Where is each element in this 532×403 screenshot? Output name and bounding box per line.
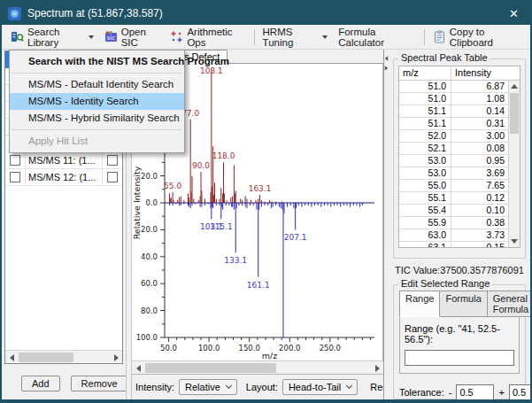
search-library-icon [11, 30, 24, 43]
spectrum-item-label: MS/MS 12: (1... [26, 172, 102, 182]
tab-formula[interactable]: Formula [440, 291, 487, 317]
peak-table[interactable]: m/z Intensity 51.06.8751.01.0851.10.1451… [398, 66, 520, 248]
mz-cell: 51.0 [399, 93, 451, 105]
edit-selected-range-group: Edit Selected Range RangeFormulaGeneral … [393, 284, 526, 399]
peak-label: 163.1 [249, 184, 272, 193]
layout-select[interactable]: Head-to-Tail [282, 379, 358, 395]
hrms-tuning-button[interactable]: HRMS Tuning [258, 24, 334, 50]
toolbar: Search Library sic Open SIC Arithmetic O… [2, 25, 530, 50]
right-panel: Spectral Peak Table m/z Intensity 51.06.… [389, 50, 530, 399]
table-row[interactable]: 51.10.31 [399, 118, 508, 130]
scroll-left-icon[interactable] [5, 351, 18, 364]
table-row[interactable]: 55.07.65 [399, 180, 508, 192]
reset-zoom-button[interactable]: Reset Zoom [366, 380, 383, 394]
spectrum-list-item[interactable]: MS/MS 11: (1... [5, 152, 122, 169]
column-header-intensity[interactable]: Intensity [451, 66, 508, 80]
tolerance-row: Tolerance: - + [399, 384, 520, 400]
close-icon[interactable]: ✕ [504, 7, 524, 20]
mz-cell: 55.9 [399, 217, 451, 229]
unchecked-checkbox[interactable] [10, 155, 20, 166]
peak-label: 115.1 [210, 222, 233, 231]
svg-text:50.0: 50.0 [160, 344, 177, 353]
menu-item[interactable]: MS/MS - Default Identity Search [10, 76, 184, 93]
open-sic-icon: sic [104, 30, 118, 43]
tab-range[interactable]: Range [399, 291, 440, 317]
minus-sign: - [449, 387, 452, 398]
menu-item[interactable]: MS/MS - Identity Search [10, 93, 184, 110]
svg-text:20.0: 20.0 [141, 172, 158, 181]
mz-cell: 63.0 [399, 229, 451, 241]
peak-label: 161.1 [247, 281, 270, 290]
intensity-cell: 0.31 [451, 118, 508, 129]
table-vertical-scrollbar[interactable] [508, 81, 520, 247]
arithmetic-ops-button[interactable]: Arithmetic Ops [165, 24, 251, 50]
toolbar-separator [424, 29, 425, 45]
intensity-select[interactable]: Relative [179, 379, 237, 395]
tab-general-formula[interactable]: General Formula [488, 291, 532, 317]
peak-label: 55.0 [164, 182, 181, 190]
peak-table-body: 51.06.8751.01.0851.10.1451.10.3152.03.00… [399, 81, 508, 247]
edit-range-title: Edit Selected Range [398, 278, 492, 289]
table-row[interactable]: 63.10.15 [399, 242, 508, 247]
remove-spectrum-button[interactable]: Remove [71, 376, 128, 391]
scrollbar-thumb[interactable] [510, 93, 519, 134]
unchecked-checkbox[interactable] [107, 155, 118, 166]
table-row[interactable]: 55.90.38 [399, 217, 508, 229]
intensity-cell: 3.00 [451, 130, 508, 142]
menu-item[interactable]: Search with the NIST MS Search Program [10, 53, 184, 70]
table-row[interactable]: 55.40.10 [399, 205, 508, 217]
table-row[interactable]: 55.10.12 [399, 192, 508, 205]
table-row[interactable]: 52.10.08 [399, 143, 508, 155]
table-row[interactable]: 63.03.73 [399, 229, 508, 242]
menu-item[interactable]: MS/MS - Hybrid Similarity Search [10, 110, 184, 127]
scroll-right-icon[interactable] [371, 361, 383, 375]
tolerance-minus-input[interactable] [456, 384, 494, 400]
chevron-down-icon [346, 383, 352, 389]
peak-table-title: Spectral Peak Table [398, 52, 490, 63]
table-row[interactable]: 53.03.69 [399, 167, 508, 180]
list-horizontal-scrollbar[interactable] [5, 350, 122, 363]
intensity-cell: 3.69 [451, 167, 508, 179]
open-sic-button[interactable]: sic Open SIC [99, 24, 166, 50]
range-input[interactable] [405, 350, 514, 366]
table-row[interactable]: 51.01.08 [399, 93, 508, 105]
intensity-cell: 0.08 [451, 143, 508, 154]
column-header-mz[interactable]: m/z [399, 66, 451, 80]
peak-label: 90.0 [192, 161, 210, 170]
intensity-cell: 6.87 [451, 81, 508, 92]
open-sic-label: Open SIC [121, 27, 160, 48]
scrollbar-thumb[interactable] [19, 353, 73, 362]
scroll-left-icon[interactable] [132, 361, 144, 375]
plot-horizontal-scrollbar[interactable] [132, 360, 383, 374]
intensity-value: Relative [185, 382, 220, 392]
unchecked-checkbox[interactable] [107, 172, 118, 182]
table-row[interactable]: 53.00.95 [399, 155, 508, 167]
mz-cell: 51.0 [399, 81, 451, 92]
scroll-up-icon[interactable] [509, 81, 520, 92]
chevron-down-icon [226, 383, 232, 389]
copy-to-clipboard-button[interactable]: Copy to Clipboard [428, 24, 527, 50]
intensity-cell: 0.38 [451, 217, 508, 229]
spectrum-list-item[interactable]: MS/MS 12: (1... [5, 169, 122, 186]
search-library-button[interactable]: Search Library [5, 24, 99, 50]
tolerance-plus-input[interactable] [509, 384, 532, 400]
add-spectrum-button[interactable]: Add [21, 376, 60, 391]
table-row[interactable]: 51.06.87 [399, 81, 508, 93]
table-row[interactable]: 51.10.14 [399, 105, 508, 118]
mz-cell: 51.1 [399, 118, 451, 129]
svg-text:40.0: 40.0 [141, 252, 158, 261]
formula-calculator-button[interactable]: Formula Calculator [333, 24, 421, 50]
scroll-down-icon[interactable] [509, 236, 520, 247]
title-bar[interactable]: Spectrum at (51.867,38.587) ✕ [2, 2, 530, 25]
svg-text:150.0: 150.0 [239, 344, 260, 353]
app-icon [8, 7, 21, 20]
svg-text:sic: sic [106, 35, 115, 42]
mz-cell: 52.1 [399, 143, 451, 154]
unchecked-checkbox[interactable] [10, 172, 20, 182]
scrollbar-thumb[interactable] [145, 363, 276, 373]
table-row[interactable]: 52.03.00 [399, 130, 508, 143]
tolerance-label: Tolerance: [399, 387, 444, 398]
spectral-peak-table-group: Spectral Peak Table m/z Intensity 51.06.… [393, 58, 526, 259]
scroll-right-icon[interactable] [110, 351, 122, 364]
peak-label: 118.0 [212, 151, 235, 160]
